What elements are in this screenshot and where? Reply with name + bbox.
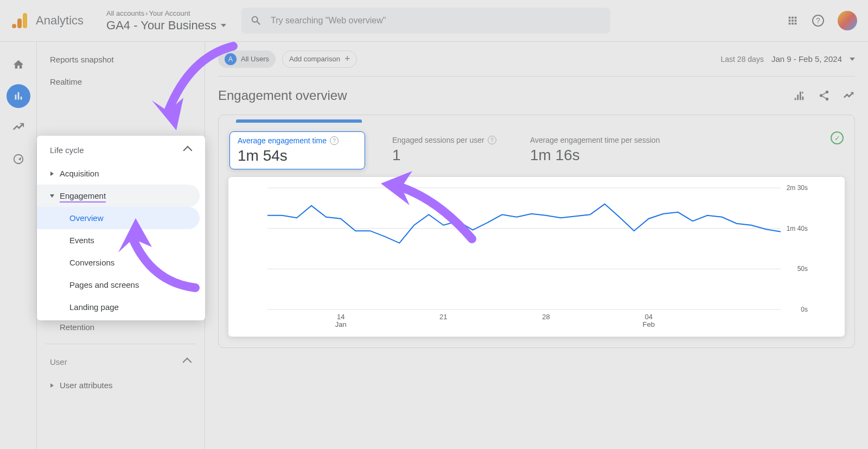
svg-text:14: 14 (337, 313, 344, 321)
section-label: User (50, 357, 67, 366)
metric-label: Average engagement time per session (530, 136, 660, 144)
help-icon[interactable]: ? (812, 14, 825, 27)
caret-icon (50, 172, 54, 176)
audience-badge: A (225, 53, 237, 65)
chevron-up-icon (183, 357, 192, 366)
caret-icon (50, 383, 54, 388)
engagement-chart: 0s50s1m 40s2m 30s14Jan212804Feb (228, 177, 845, 337)
svg-rect-1 (17, 18, 22, 28)
apps-icon[interactable] (787, 15, 799, 27)
caret-icon (50, 194, 54, 198)
breadcrumb: All accounts › Your Account (106, 9, 226, 17)
sidebar-section-lifecycle[interactable]: Life cycle (37, 138, 200, 162)
chip-label: Add comparison (289, 55, 340, 63)
search-bar[interactable] (241, 8, 610, 34)
metric-label: Engaged sessions per user (392, 136, 484, 144)
search-icon (250, 15, 262, 27)
svg-text:0s: 0s (801, 306, 808, 313)
main-content: A All Users Add comparison + Last 28 day… (205, 42, 868, 449)
sidebar-section-user[interactable]: User (37, 350, 199, 374)
verified-icon: ✓ (831, 131, 844, 144)
sidebar-snapshot[interactable]: Reports snapshot (37, 48, 205, 71)
customize-icon[interactable] (793, 90, 805, 102)
page-title: Engagement overview (218, 88, 347, 103)
metric-value: 1 (392, 147, 515, 164)
plus-icon: + (344, 53, 350, 65)
search-input[interactable] (271, 16, 602, 26)
account-selector[interactable]: All accounts › Your Account GA4 - Your B… (106, 9, 226, 33)
chip-label: All Users (241, 55, 269, 63)
property-name: GA4 - Your Business (106, 18, 216, 33)
audience-chip[interactable]: A All Users (218, 50, 276, 68)
help-icon[interactable]: ? (488, 136, 496, 144)
sidebar-user-attributes[interactable]: User attributes (37, 374, 199, 396)
svg-text:28: 28 (542, 313, 550, 321)
sidebar-engagement-landing[interactable]: Landing page (37, 296, 200, 318)
svg-rect-0 (23, 13, 27, 28)
svg-text:2m 30s: 2m 30s (787, 184, 808, 192)
metric-value: 1m 54s (238, 147, 357, 165)
svg-text:04: 04 (645, 313, 653, 321)
page-title-row: Engagement overview (218, 77, 855, 115)
chevron-up-icon (183, 146, 193, 155)
metric-engaged-sessions[interactable]: Engaged sessions per user? 1 (365, 131, 522, 169)
rail-advertising[interactable] (7, 147, 30, 171)
sidebar-realtime[interactable]: Realtime (37, 71, 205, 93)
sidebar-item-label: Acquisition (60, 169, 99, 178)
sidebar-item-label: User attributes (60, 381, 113, 390)
breadcrumb-account: Your Account (149, 9, 190, 17)
metric-avg-engagement-time[interactable]: Average engagement time? 1m 54s (229, 131, 365, 169)
app-header: Analytics All accounts › Your Account GA… (0, 0, 868, 42)
rail-reports[interactable] (7, 84, 30, 108)
analytics-logo-icon (11, 11, 30, 30)
svg-text:50s: 50s (797, 265, 808, 273)
sidebar-engagement[interactable]: Engagement (37, 185, 200, 207)
sidebar-acquisition[interactable]: Acquisition (37, 162, 200, 185)
svg-text:Feb: Feb (643, 320, 655, 328)
nav-rail (0, 42, 37, 449)
chevron-down-icon (850, 58, 855, 61)
help-icon[interactable]: ? (330, 136, 339, 145)
sidebar-engagement-events[interactable]: Events (37, 229, 200, 251)
sidebar-item-label: Engagement (60, 191, 106, 200)
share-icon[interactable] (818, 90, 830, 102)
divider (46, 344, 196, 344)
sidebar-popout: Life cycle Acquisition Engagement Overvi… (37, 136, 205, 320)
rail-home[interactable] (7, 53, 30, 77)
svg-text:?: ? (816, 16, 820, 25)
product-name: Analytics (36, 14, 84, 28)
sidebar-engagement-overview[interactable]: Overview (37, 207, 200, 229)
date-preset-label: Last 28 days (721, 55, 764, 64)
rail-explore[interactable] (7, 116, 30, 140)
chevron-down-icon (221, 24, 226, 27)
section-label: Life cycle (50, 146, 84, 155)
sidebar-engagement-conversions[interactable]: Conversions (37, 251, 200, 274)
logo[interactable]: Analytics (11, 11, 84, 30)
metric-label: Average engagement time (238, 136, 327, 145)
insights-icon[interactable] (843, 90, 855, 102)
svg-text:Jan: Jan (335, 320, 347, 328)
sidebar-engagement-pages[interactable]: Pages and screens (37, 274, 200, 296)
user-avatar[interactable] (838, 11, 857, 30)
date-range[interactable]: Jan 9 - Feb 5, 2024 (771, 54, 842, 64)
engagement-card: ✓ Average engagement time? 1m 54s Engage… (218, 115, 855, 348)
sidebar-item-label: Retention (60, 322, 94, 332)
svg-text:21: 21 (439, 313, 447, 321)
breadcrumb-all: All accounts (106, 9, 144, 17)
metric-value: 1m 16s (530, 147, 836, 164)
add-comparison-button[interactable]: Add comparison + (282, 50, 357, 68)
metric-avg-engagement-session[interactable]: Average engagement time per session 1m 1… (522, 131, 844, 169)
chevron-right-icon: › (145, 9, 148, 17)
svg-text:1m 40s: 1m 40s (787, 225, 808, 232)
toolbar: A All Users Add comparison + Last 28 day… (218, 42, 855, 77)
svg-point-2 (12, 24, 16, 28)
